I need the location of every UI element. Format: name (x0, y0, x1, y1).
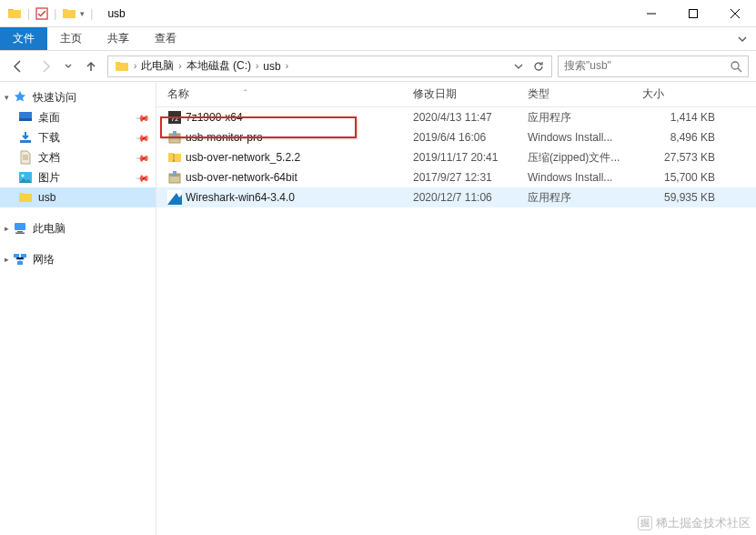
sidebar-item-pictures[interactable]: 图片 📌 (0, 167, 156, 187)
file-row[interactable]: usb-monitor-pro2019/6/4 16:06Windows Ins… (156, 127, 756, 147)
window-controls (630, 0, 756, 27)
sidebar-network[interactable]: ▸ 网络 (0, 249, 156, 269)
close-button[interactable] (714, 0, 756, 27)
ribbon-tab-file[interactable]: 文件 (0, 27, 47, 50)
folder-icon (7, 6, 22, 21)
file-icon (167, 190, 182, 205)
up-button[interactable] (80, 56, 102, 77)
svg-text:7z: 7z (171, 115, 178, 123)
svg-rect-9 (17, 231, 23, 233)
title-bar: | | ▾ | usb (0, 0, 756, 27)
file-name: usb-over-network_5.2.2 (186, 151, 300, 164)
file-type: 应用程序 (528, 110, 642, 126)
chevron-right-icon: ▸ (2, 255, 11, 264)
pin-icon: 📌 (136, 110, 150, 125)
computer-icon (13, 221, 27, 236)
refresh-button[interactable] (529, 57, 548, 76)
file-type: 压缩(zipped)文件... (528, 150, 642, 166)
address-dropdown[interactable] (509, 57, 528, 76)
file-size: 27,573 KB (642, 151, 724, 164)
file-icon (167, 150, 182, 165)
file-row[interactable]: usb-over-network-64bit2017/9/27 12:31Win… (156, 167, 756, 187)
file-date: 2020/4/13 11:47 (413, 111, 528, 124)
search-icon (730, 60, 742, 73)
column-name[interactable]: 名称ˆ (167, 86, 413, 102)
file-name: usb-over-network-64bit (186, 171, 297, 184)
svg-rect-18 (173, 131, 176, 136)
svg-point-2 (731, 62, 739, 69)
file-row[interactable]: Wireshark-win64-3.4.02020/12/7 11:06应用程序… (156, 187, 756, 207)
sidebar-quick-access[interactable]: ▾ 快速访问 (0, 87, 156, 107)
ribbon-tab-home[interactable]: 主页 (47, 27, 95, 50)
svg-rect-22 (174, 158, 175, 159)
sidebar-item-downloads[interactable]: 下载 📌 (0, 127, 156, 147)
breadcrumb-drive[interactable]: 本地磁盘 (C:) (184, 58, 254, 74)
column-date[interactable]: 修改日期 (413, 86, 528, 102)
pin-icon: 📌 (136, 150, 150, 165)
watermark-icon: 掘 (638, 516, 652, 530)
sidebar-this-pc[interactable]: ▸ 此电脑 (0, 218, 156, 238)
minimize-button[interactable] (630, 0, 672, 27)
file-type: Windows Install... (528, 131, 642, 144)
star-icon (13, 90, 27, 105)
nav-pane: ▾ 快速访问 桌面 📌 下载 📌 文档 📌 图片 (0, 82, 156, 535)
file-size: 8,496 KB (642, 131, 724, 144)
pin-icon: 📌 (136, 130, 150, 145)
sidebar-item-usb[interactable]: usb (0, 187, 156, 207)
picture-icon (18, 170, 33, 185)
watermark: 掘 稀土掘金技术社区 (638, 515, 751, 531)
back-button[interactable] (7, 56, 29, 77)
navigation-bar: › 此电脑 › 本地磁盘 (C:) › usb › 搜索"usb" (0, 51, 756, 82)
column-size[interactable]: 大小 (642, 86, 724, 102)
file-name: usb-monitor-pro (186, 131, 263, 144)
address-bar[interactable]: › 此电脑 › 本地磁盘 (C:) › usb › (107, 56, 552, 77)
file-icon: 7z (167, 110, 182, 125)
forward-button[interactable] (35, 56, 56, 77)
ribbon-tab-view[interactable]: 查看 (142, 27, 189, 50)
file-date: 2020/12/7 11:06 (413, 191, 528, 204)
file-icon (167, 170, 182, 185)
network-icon (13, 252, 27, 267)
svg-rect-25 (173, 171, 176, 177)
chevron-down-icon: ▾ (2, 93, 11, 102)
svg-rect-1 (690, 9, 698, 17)
qat-dropdown[interactable]: ▾ (80, 9, 85, 18)
main-area: ▾ 快速访问 桌面 📌 下载 📌 文档 📌 图片 (0, 82, 756, 535)
breadcrumb-root-icon[interactable] (112, 59, 132, 74)
sidebar-item-desktop[interactable]: 桌面 📌 (0, 107, 156, 127)
breadcrumb-folder[interactable]: usb (260, 60, 283, 73)
svg-rect-4 (19, 118, 32, 121)
file-size: 15,700 KB (642, 171, 724, 184)
desktop-icon (18, 110, 33, 125)
quick-access-toolbar: | | ▾ | (0, 6, 102, 21)
window-title: usb (102, 7, 125, 20)
svg-rect-5 (20, 140, 31, 143)
ribbon: 文件 主页 共享 查看 (0, 27, 756, 51)
maximize-button[interactable] (672, 0, 714, 27)
svg-rect-13 (17, 261, 23, 265)
svg-point-7 (22, 175, 25, 177)
file-row[interactable]: usb-over-network_5.2.22019/11/17 20:41压缩… (156, 147, 756, 167)
file-row[interactable]: 7z7z1900-x642020/4/13 11:47应用程序1,414 KB (156, 107, 756, 127)
download-icon (18, 130, 33, 145)
search-box[interactable]: 搜索"usb" (558, 56, 749, 77)
history-dropdown[interactable] (62, 56, 75, 77)
svg-rect-8 (15, 223, 25, 230)
sidebar-item-documents[interactable]: 文档 📌 (0, 147, 156, 167)
ribbon-tab-share[interactable]: 共享 (95, 27, 142, 50)
file-list: 7z7z1900-x642020/4/13 11:47应用程序1,414 KBu… (156, 107, 756, 207)
svg-rect-12 (21, 254, 26, 257)
breadcrumb-this-pc[interactable]: 此电脑 (138, 58, 176, 74)
ribbon-expand-button[interactable] (729, 27, 756, 50)
search-placeholder: 搜索"usb" (564, 58, 611, 74)
file-type: Windows Install... (528, 171, 642, 184)
svg-rect-20 (174, 155, 175, 156)
file-date: 2019/6/4 16:06 (413, 131, 528, 144)
svg-rect-21 (174, 156, 175, 157)
checkbox-icon[interactable] (35, 7, 48, 20)
file-type: 应用程序 (528, 190, 642, 206)
column-header: 名称ˆ 修改日期 类型 大小 (156, 82, 756, 107)
column-type[interactable]: 类型 (528, 86, 642, 102)
sort-indicator: ˆ (244, 89, 247, 99)
file-name: 7z1900-x64 (186, 111, 243, 124)
